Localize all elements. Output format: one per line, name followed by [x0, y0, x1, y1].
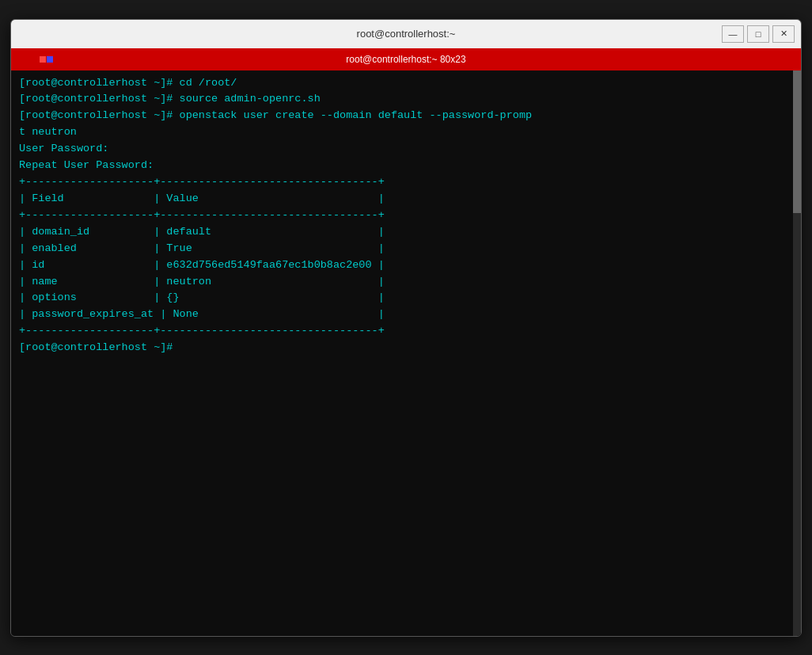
table-row-enabled: | enabled | True |: [19, 241, 793, 257]
terminal-body[interactable]: [root@controllerhost ~]# cd /root/ [root…: [11, 70, 801, 636]
maximize-button[interactable]: □: [747, 25, 769, 43]
line-3: [root@controllerhost ~]# openstack user …: [19, 108, 793, 124]
table-row-id: | id | e632d756ed5149faa67ec1b0b8ac2e00 …: [19, 257, 793, 274]
table-row-domain: | domain_id | default |: [19, 224, 793, 241]
scrollbar-track[interactable]: [793, 70, 801, 636]
tab-label: root@controllerhost:~ 80x23: [346, 54, 465, 65]
line-6: Repeat User Password:: [19, 158, 793, 174]
line-2: [root@controllerhost ~]# source admin-op…: [19, 91, 793, 108]
minimize-button[interactable]: —: [722, 25, 744, 43]
table-row-name: | name | neutron |: [19, 274, 793, 291]
terminal-output: [root@controllerhost ~]# cd /root/ [root…: [19, 75, 793, 357]
line-1: [root@controllerhost ~]# cd /root/: [19, 75, 793, 92]
line-prompt: [root@controllerhost ~]#: [19, 340, 793, 356]
table-row-options: | options | {} |: [19, 290, 793, 307]
tmux-icon: [40, 56, 53, 63]
title-bar: root@controllerhost:~ — □ ✕: [11, 20, 801, 48]
table-border-top: +--------------------+------------------…: [19, 174, 793, 191]
scrollbar-thumb[interactable]: [793, 70, 801, 213]
tmux-square-red: [40, 56, 46, 63]
tab-bar: root@controllerhost:~ 80x23: [11, 48, 801, 70]
tmux-square-blue: [47, 56, 53, 63]
terminal-window: root@controllerhost:~ — □ ✕ root@control…: [10, 19, 802, 637]
table-row-password-expires: | password_expires_at | None |: [19, 307, 793, 323]
table-header: | Field | Value |: [19, 191, 793, 208]
line-4: t neutron: [19, 124, 793, 141]
window-title: root@controllerhost:~: [357, 28, 456, 40]
close-button[interactable]: ✕: [772, 25, 795, 43]
line-5: User Password:: [19, 141, 793, 158]
table-header-sep: +--------------------+------------------…: [19, 208, 793, 224]
table-border-bottom: +--------------------+------------------…: [19, 323, 793, 340]
window-controls: — □ ✕: [722, 25, 795, 43]
